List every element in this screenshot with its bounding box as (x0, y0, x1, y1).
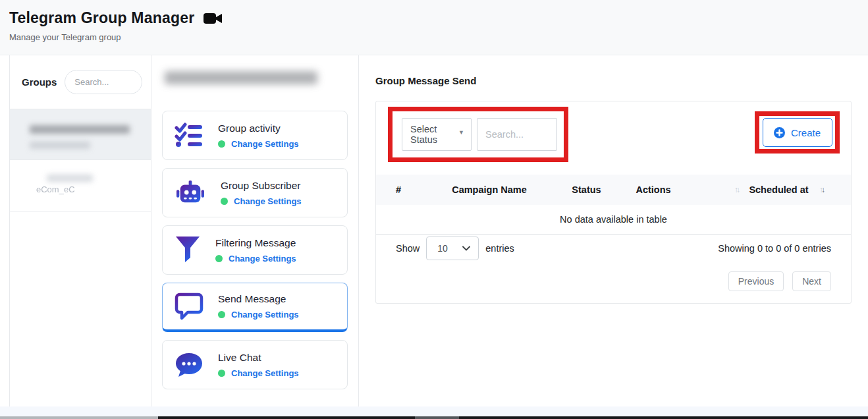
card-title: Group Subscriber (221, 180, 302, 192)
table-header-row: # Campaign Name Status Actions ↑↓ Schedu… (376, 175, 851, 205)
page-background-strip (0, 406, 868, 416)
feature-column: Group activity Change Settings (151, 55, 359, 406)
chat-dots-icon (175, 352, 203, 378)
change-settings-link[interactable]: Change Settings (234, 196, 302, 206)
show-label: Show (396, 243, 420, 254)
campaign-search-input[interactable] (477, 118, 557, 151)
create-button-label: Create (791, 127, 821, 138)
video-camera-icon (203, 11, 223, 26)
status-select[interactable]: Select Status ▼ (402, 118, 472, 151)
column-header-scheduled-at[interactable]: Scheduled at (738, 184, 819, 195)
entries-label: entries (485, 243, 514, 254)
page-title: Telegram Group Manager (9, 9, 194, 27)
change-settings-link[interactable]: Change Settings (231, 139, 299, 149)
card-title: Group activity (218, 123, 299, 134)
groups-sidebar: Groups eCom_eC (9, 55, 151, 406)
status-dot (218, 140, 225, 148)
card-title: Send Message (218, 293, 299, 305)
column-header-campaign-name[interactable]: Campaign Name (423, 184, 555, 195)
redacted-group-subtitle (30, 142, 90, 149)
status-dot (218, 311, 225, 318)
caret-down-icon: ▼ (458, 129, 464, 136)
previous-page-button[interactable]: Previous (728, 271, 784, 291)
group-list-item[interactable]: eCom_eC (10, 160, 151, 211)
campaigns-table: # Campaign Name Status Actions ↑↓ Schedu… (376, 175, 851, 235)
status-select-value: Select Status (410, 124, 458, 145)
chevron-down-icon (462, 246, 470, 251)
speech-bubble-outline-icon (175, 293, 203, 320)
change-settings-link[interactable]: Change Settings (231, 310, 299, 320)
column-header-index[interactable]: # (376, 184, 423, 195)
main-panel: Group Message Send Select Status ▼ (359, 55, 868, 406)
change-settings-link[interactable]: Change Settings (231, 368, 299, 378)
panel-title: Group Message Send (375, 75, 852, 86)
groups-heading: Groups (22, 76, 57, 88)
card-send-message[interactable]: Send Message Change Settings (162, 283, 348, 332)
card-live-chat[interactable]: Live Chat Change Settings (162, 340, 348, 389)
redacted-group-name (47, 175, 93, 182)
entries-summary: Showing 0 to 0 of 0 entries (718, 243, 831, 254)
group-list-item-selected[interactable] (10, 109, 151, 160)
status-dot (215, 255, 223, 262)
annotation-create-highlight: Create (755, 111, 840, 154)
card-title: Filtering Message (215, 237, 296, 249)
status-dot (221, 198, 228, 205)
sort-icon[interactable]: ↑↓ (689, 185, 738, 194)
redacted-group-name (30, 125, 130, 134)
redacted-group-title (165, 71, 317, 84)
page: Telegram Group Manager Manage your Teleg… (0, 0, 868, 419)
campaign-table-card: Select Status ▼ Create (375, 101, 852, 304)
sort-icon-active[interactable]: ↑↓ (819, 185, 851, 194)
page-size-value: 10 (437, 243, 448, 254)
robot-icon (175, 179, 206, 207)
annotation-filters-highlight: Select Status ▼ (388, 107, 568, 162)
table-footer: Show 10 entries Showing 0 to 0 of 0 entr… (376, 237, 851, 291)
group-name-partial: eCom_eC (36, 184, 140, 194)
funnel-icon (175, 236, 201, 265)
status-dot (218, 370, 225, 377)
next-page-button[interactable]: Next (792, 271, 831, 291)
create-button[interactable]: Create (763, 118, 832, 147)
page-size-select[interactable]: 10 (426, 237, 479, 260)
card-title: Live Chat (218, 352, 299, 364)
column-header-status[interactable]: Status (555, 184, 618, 195)
card-filtering-message[interactable]: Filtering Message Change Settings (162, 225, 348, 275)
table-empty-message: No data available in table (376, 205, 851, 235)
checklist-icon (175, 123, 203, 149)
content: Groups eCom_eC (0, 55, 868, 406)
card-group-activity[interactable]: Group activity Change Settings (162, 111, 348, 160)
bottom-taskbar-edge (0, 416, 868, 419)
groups-search-input[interactable] (65, 70, 142, 94)
column-header-actions[interactable]: Actions (618, 184, 689, 195)
card-group-subscriber[interactable]: Group Subscriber Change Settings (162, 168, 348, 217)
app-header: Telegram Group Manager Manage your Teleg… (0, 0, 868, 55)
change-settings-link[interactable]: Change Settings (229, 254, 296, 264)
page-subtitle: Manage your Telegram group (9, 32, 868, 42)
plus-circle-icon (774, 127, 785, 138)
